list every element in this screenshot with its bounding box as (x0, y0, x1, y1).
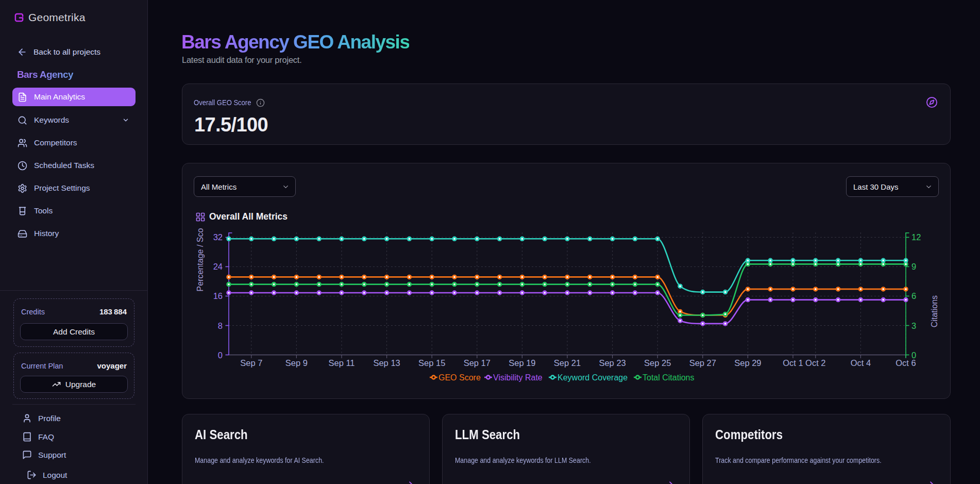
svg-text:Visibility Rate: Visibility Rate (493, 373, 543, 382)
svg-text:Sep 25: Sep 25 (644, 358, 671, 368)
svg-text:Oct 6: Oct 6 (895, 358, 916, 368)
svg-text:Sep 11: Sep 11 (328, 358, 354, 368)
svg-text:Sep 7: Sep 7 (240, 358, 262, 368)
svg-text:9: 9 (911, 262, 916, 271)
svg-text:Sep 27: Sep 27 (689, 358, 716, 368)
svg-text:Citations: Citations (930, 295, 939, 327)
svg-text:0: 0 (218, 351, 223, 360)
svg-text:Sep 17: Sep 17 (464, 358, 491, 368)
svg-text:Sep 15: Sep 15 (418, 358, 445, 368)
svg-text:32: 32 (213, 232, 223, 242)
svg-text:Oct 1: Oct 1 (783, 358, 803, 368)
svg-text:Total Citations: Total Citations (643, 373, 695, 382)
svg-text:8: 8 (218, 321, 223, 330)
svg-text:Sep 23: Sep 23 (599, 358, 626, 368)
svg-text:Sep 21: Sep 21 (554, 358, 581, 368)
svg-text:Keyword Coverage: Keyword Coverage (557, 373, 628, 382)
svg-text:16: 16 (213, 291, 223, 301)
svg-text:Percentage / Sco: Percentage / Sco (196, 228, 205, 292)
svg-text:6: 6 (911, 291, 916, 301)
svg-text:Oct 2: Oct 2 (805, 358, 825, 368)
svg-text:3: 3 (911, 321, 916, 330)
svg-text:12: 12 (911, 232, 921, 242)
svg-text:GEO Score: GEO Score (438, 373, 481, 382)
svg-text:Sep 29: Sep 29 (734, 358, 761, 368)
svg-text:Sep 19: Sep 19 (509, 358, 535, 368)
svg-text:24: 24 (213, 262, 223, 271)
svg-text:Oct 4: Oct 4 (851, 358, 871, 368)
svg-text:Sep 9: Sep 9 (285, 358, 308, 368)
svg-text:Sep 13: Sep 13 (373, 358, 400, 368)
